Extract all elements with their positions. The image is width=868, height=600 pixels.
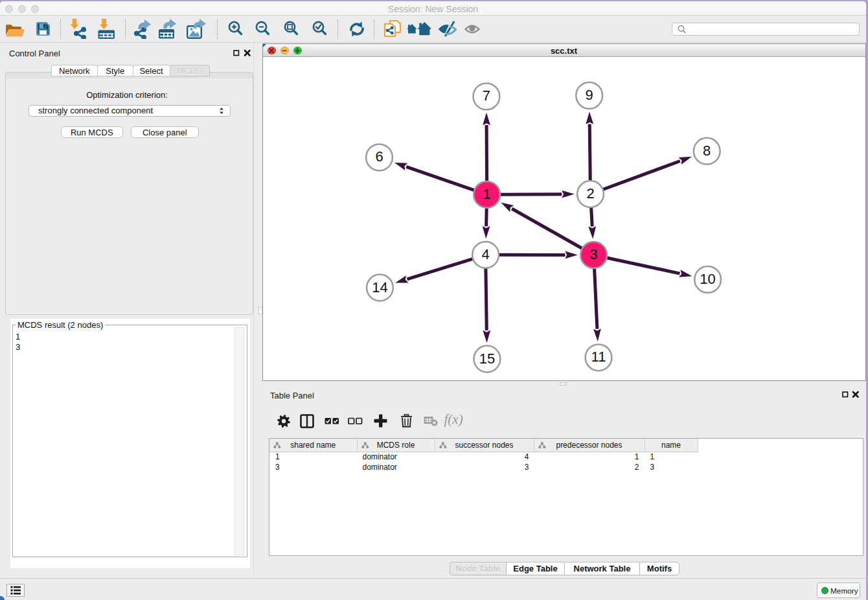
svg-text:1: 1: [483, 185, 490, 202]
svg-text:2: 2: [586, 185, 594, 202]
svg-text:11: 11: [591, 349, 606, 365]
svg-text:14: 14: [372, 279, 387, 295]
svg-text:4: 4: [481, 246, 489, 262]
svg-text:10: 10: [700, 270, 715, 286]
svg-text:9: 9: [585, 86, 593, 102]
svg-text:15: 15: [479, 350, 494, 366]
svg-text:7: 7: [482, 87, 490, 104]
svg-text:6: 6: [375, 148, 383, 165]
svg-text:3: 3: [589, 246, 597, 262]
svg-text:8: 8: [703, 142, 711, 158]
